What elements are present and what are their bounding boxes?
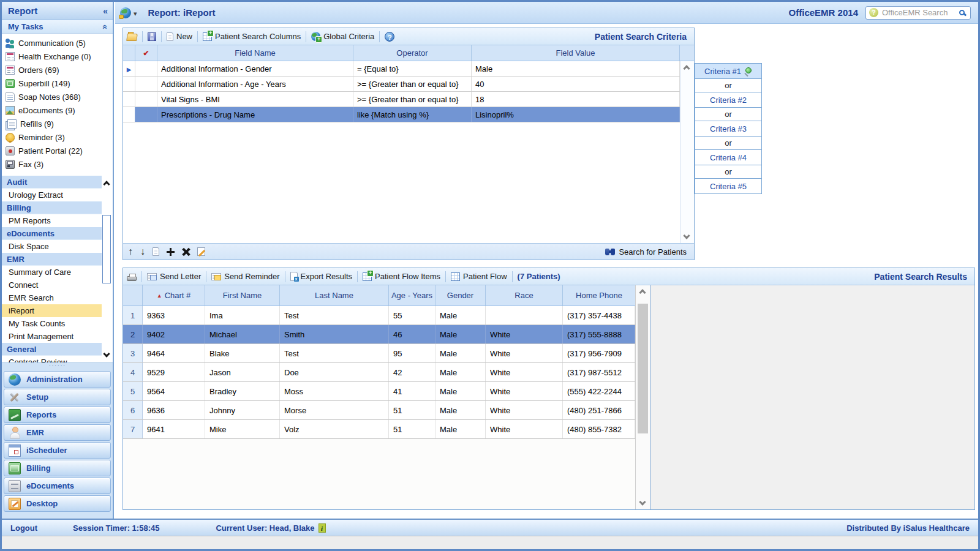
task-item-refills-9[interactable]: Refills (9) — [2, 117, 113, 130]
result-row-5[interactable]: 5 9564 Bradley Moss 41 Male White (555) … — [123, 382, 635, 401]
new-button[interactable]: New — [167, 32, 192, 41]
task-item-superbill-149[interactable]: Superbill (149) — [2, 77, 113, 90]
task-item-patient-portal-22[interactable]: Patient Portal (22) — [2, 144, 113, 157]
sidebar-item-billing[interactable]: Billing — [2, 201, 102, 214]
info-icon[interactable] — [318, 523, 326, 533]
sidebar-item-general[interactable]: General — [2, 343, 102, 356]
result-row-6[interactable]: 6 9636 Johnny Morse 51 Male White (480) … — [123, 401, 635, 420]
sidebar-item-edocuments[interactable]: eDocuments — [2, 227, 102, 240]
col-first-name[interactable]: First Name — [205, 285, 280, 305]
sidebar-item-pm-reports[interactable]: PM Reports — [2, 214, 102, 227]
my-tasks-header[interactable]: My Tasks — [2, 20, 113, 34]
logout-button[interactable]: Logout — [10, 523, 37, 533]
module-button-ischeduler[interactable]: iScheduler — [4, 442, 111, 459]
app-menu-button[interactable] — [120, 7, 137, 18]
criteria-tab-1[interactable]: Criteria #1 — [695, 63, 762, 79]
delete-criteria-button[interactable] — [182, 248, 190, 256]
col-chart-number[interactable]: Chart # — [143, 285, 205, 305]
global-criteria-button[interactable]: Global Criteria — [311, 32, 374, 41]
col-gender[interactable]: Gender — [435, 285, 486, 305]
task-item-orders-69[interactable]: Orders (69) — [2, 63, 113, 77]
result-row-3[interactable]: 3 9464 Blake Test 95 Male White (317) 95… — [123, 344, 635, 363]
result-row-1[interactable]: 1 9363 Ima Test 55 Male (317) 357-4438 — [123, 306, 635, 325]
open-report-button[interactable] — [127, 32, 137, 41]
module-button-edocuments[interactable]: eDocuments — [4, 478, 111, 494]
module-button-desktop[interactable]: Desktop — [4, 495, 111, 512]
search-help-icon[interactable] — [869, 8, 878, 17]
collapse-up-icon[interactable] — [100, 24, 110, 29]
result-row-4[interactable]: 4 9529 Jason Doe 42 Male White (317) 987… — [123, 363, 635, 382]
help-button[interactable] — [385, 32, 394, 42]
officeemr-search-input[interactable] — [881, 7, 957, 18]
module-button-emr[interactable]: EMR — [4, 424, 111, 441]
criteria-tab-3[interactable]: Criteria #3 — [695, 121, 762, 137]
criteria-tab-5[interactable]: Criteria #5 — [695, 178, 762, 194]
task-item-reminder-3[interactable]: Reminder (3) — [2, 130, 113, 144]
task-item-fax-3[interactable]: Fax (3) — [2, 157, 113, 171]
sidebar-item-print-management[interactable]: Print Management — [2, 330, 102, 343]
sidebar-item-connect[interactable]: Connect — [2, 279, 102, 291]
row-check-cell[interactable] — [135, 61, 157, 76]
criteria-row-3[interactable]: Vital Signs - BMI >= {Greater than or eq… — [123, 92, 680, 107]
sidebar-item-summary-of-care[interactable]: Summary of Care — [2, 266, 102, 279]
criteria-row-4[interactable]: Prescriptions - Drug Name like {Match us… — [123, 107, 680, 122]
result-row-2[interactable]: 2 9402 Michael Smith 46 Male White (317)… — [123, 325, 635, 344]
search-icon[interactable] — [959, 10, 965, 15]
sidebar-splitter[interactable] — [2, 362, 113, 368]
patient-flow-button[interactable]: Patient Flow — [451, 272, 507, 281]
dropdown-caret-icon[interactable] — [134, 7, 137, 18]
criteria-tab-4[interactable]: Criteria #4 — [695, 149, 762, 165]
edit-criteria-button[interactable] — [197, 247, 205, 256]
sidebar-item-urology-extract[interactable]: Urology Extract — [2, 189, 102, 201]
scroll-down-icon[interactable] — [103, 350, 110, 357]
patient-search-columns-button[interactable]: Patient Search Columns — [203, 32, 301, 41]
export-results-button[interactable]: Export Results — [290, 272, 353, 281]
results-scrollbar[interactable] — [635, 285, 650, 509]
module-button-billing[interactable]: Billing — [4, 460, 111, 476]
row-check-cell[interactable] — [135, 107, 157, 122]
new-criteria-button[interactable] — [153, 247, 159, 256]
task-item-edocuments-9[interactable]: eDocuments (9) — [2, 103, 113, 117]
send-letter-button[interactable]: Send Letter — [147, 272, 201, 281]
col-home-phone[interactable]: Home Phone — [563, 285, 635, 305]
row-check-cell[interactable] — [135, 92, 157, 107]
criteria-row-2[interactable]: Additional Information - Age - Years >= … — [123, 77, 680, 92]
save-button[interactable] — [148, 32, 156, 41]
move-down-button[interactable] — [140, 246, 145, 257]
move-up-button[interactable] — [128, 246, 133, 257]
module-button-administration[interactable]: Administration — [4, 371, 111, 388]
sidebar-item-emr-search[interactable]: EMR Search — [2, 291, 102, 304]
sidebar-item-audit[interactable]: Audit — [2, 176, 102, 189]
task-item-communication-5[interactable]: Communication (5) — [2, 36, 113, 50]
task-item-soap-notes-368[interactable]: Soap Notes (368) — [2, 90, 113, 103]
sidebar-item-my-task-counts[interactable]: My Task Counts — [2, 317, 102, 330]
task-item-health-exchange-0[interactable]: Health Exchange (0) — [2, 50, 113, 63]
module-button-reports[interactable]: Reports — [4, 407, 111, 423]
scroll-down-icon[interactable] — [683, 232, 690, 239]
patient-flow-items-button[interactable]: Patient Flow Items — [363, 272, 440, 281]
search-for-patients-button[interactable]: Search for Patients — [605, 247, 689, 257]
col-race[interactable]: Race — [486, 285, 563, 305]
col-age-years[interactable]: Age - Years — [389, 285, 435, 305]
sidebar-collapse-icon[interactable] — [103, 6, 108, 17]
scrollbar-thumb[interactable] — [638, 304, 648, 433]
col-last-name[interactable]: Last Name — [280, 285, 389, 305]
criteria-tab-2[interactable]: Criteria #2 — [695, 92, 762, 108]
scroll-up-icon[interactable] — [103, 181, 110, 187]
print-button[interactable] — [127, 272, 137, 281]
criteria-row-1[interactable]: Additional Information - Gender = {Equal… — [123, 61, 680, 77]
sidebar-item-ireport[interactable]: iReport — [2, 304, 102, 317]
scroll-down-icon[interactable] — [639, 498, 646, 505]
sidebar-scrollbar[interactable] — [102, 177, 112, 361]
module-button-setup[interactable]: Setup — [4, 389, 111, 405]
criteria-scrollbar[interactable] — [680, 61, 694, 243]
add-criteria-button[interactable] — [167, 248, 175, 256]
sidebar-item-disk-space[interactable]: Disk Space — [2, 240, 102, 253]
send-reminder-button[interactable]: Send Reminder — [211, 272, 279, 281]
sidebar-item-emr[interactable]: EMR — [2, 253, 102, 266]
row-check-cell[interactable] — [135, 77, 157, 91]
scroll-up-icon[interactable] — [639, 289, 646, 296]
scroll-up-icon[interactable] — [683, 65, 690, 72]
result-row-7[interactable]: 7 9641 Mike Volz 51 Male White (480) 855… — [123, 420, 635, 439]
scrollbar-thumb[interactable] — [102, 215, 111, 283]
